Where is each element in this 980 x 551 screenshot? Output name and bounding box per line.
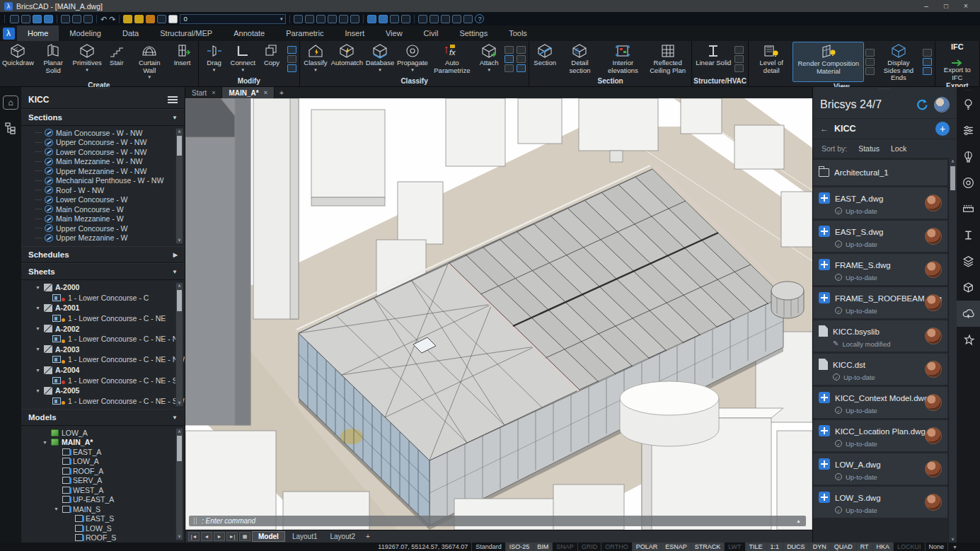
scroll-up-icon[interactable]: ∧ bbox=[176, 283, 183, 289]
help-icon[interactable]: ? bbox=[475, 14, 484, 23]
folder-row[interactable]: Architectural_1 bbox=[813, 160, 947, 185]
paint-format-icon[interactable] bbox=[294, 15, 303, 23]
view-checkbox-tools[interactable] bbox=[864, 42, 876, 82]
attach-button[interactable]: Attach ▾ bbox=[475, 42, 503, 76]
file-card[interactable]: KICC.bsyslib ✓ ✎ Locally modified bbox=[813, 320, 947, 352]
new-document-tab[interactable]: + bbox=[275, 87, 289, 98]
scroll-thumb[interactable] bbox=[950, 166, 955, 190]
hidden-view-icon[interactable] bbox=[379, 15, 388, 23]
status-field[interactable]: POLAR bbox=[633, 543, 662, 551]
undo-icon[interactable]: ↶ bbox=[100, 15, 107, 23]
select-window-icon[interactable] bbox=[316, 15, 325, 23]
status-field[interactable]: None bbox=[926, 543, 949, 551]
detail-section-button[interactable]: Detail section bbox=[559, 42, 601, 76]
tips-bulb-icon[interactable] bbox=[957, 91, 980, 117]
drag-button[interactable]: Drag ▾ bbox=[200, 42, 229, 76]
measure-icon[interactable] bbox=[957, 196, 980, 222]
section-list-item[interactable]: Main Concourse - W - NW bbox=[35, 128, 173, 138]
layout-manager-icon[interactable]: ▦ bbox=[239, 532, 250, 541]
interior-elevations-button[interactable]: Interior elevations bbox=[601, 42, 645, 76]
file-card[interactable]: FRAME_S.dwg ✓ ✎ Up-to-date bbox=[813, 254, 947, 285]
linear-solid-button[interactable]: Linear Solid bbox=[693, 42, 733, 76]
automatch-button[interactable]: Automatch bbox=[330, 42, 364, 76]
sort-status-option[interactable]: Status bbox=[858, 144, 880, 153]
print-icon[interactable] bbox=[157, 15, 166, 23]
refresh-icon[interactable] bbox=[916, 98, 928, 111]
render-composition-material-button[interactable]: Render Composition Material bbox=[792, 42, 864, 82]
classify-extra-tools-2[interactable] bbox=[515, 42, 527, 76]
ribbon-tab[interactable]: Modeling bbox=[59, 25, 112, 41]
files-scrollbar[interactable]: ∧ ∨ bbox=[948, 158, 957, 543]
section-list-item[interactable]: Main Mezzanine - W bbox=[35, 214, 173, 224]
drawing-explorer-icon[interactable] bbox=[418, 15, 427, 23]
file-card[interactable]: EAST_A.dwg ✓ ✎ Up-to-date bbox=[813, 187, 947, 219]
connect-button[interactable]: Connect ▾ bbox=[229, 42, 258, 76]
tree-expand-caret[interactable]: ▼ bbox=[35, 306, 41, 311]
section-list-item[interactable]: Upper Mezzanine - W bbox=[35, 233, 173, 243]
section-list-item[interactable]: Upper Concourse - W - NW bbox=[35, 138, 173, 148]
sides-display-icon[interactable] bbox=[923, 58, 932, 66]
plot-preview-icon[interactable] bbox=[61, 15, 70, 23]
status-field[interactable]: RT bbox=[857, 543, 873, 551]
model-tree-item[interactable]: ▼ UP-EAST_A bbox=[35, 495, 173, 505]
level-of-detail-button[interactable]: Level of detail bbox=[750, 42, 792, 82]
ribbon-tab[interactable]: View bbox=[375, 25, 413, 41]
home-icon[interactable]: ⌂ bbox=[3, 95, 18, 110]
ribbon-tab[interactable]: Parametric bbox=[275, 25, 334, 41]
file-owner-avatar[interactable] bbox=[925, 294, 942, 311]
sheet-row[interactable]: ▼ A-2004 bbox=[35, 365, 173, 376]
ribbon-tab[interactable]: Annotate bbox=[223, 25, 275, 41]
wireframe-view-icon[interactable] bbox=[390, 15, 399, 23]
command-line[interactable]: : Enter command ▲ bbox=[189, 516, 806, 526]
sun-icon[interactable] bbox=[134, 15, 144, 23]
sections-header[interactable]: Sections ▼ bbox=[21, 109, 185, 126]
color-swatch-icon[interactable] bbox=[168, 15, 178, 23]
view-stack-tools[interactable] bbox=[921, 42, 933, 82]
section-list-item[interactable]: Upper Mezzanine - W - NW bbox=[35, 166, 173, 176]
lock-icon[interactable] bbox=[146, 15, 155, 23]
sheet-row[interactable]: ▼ A-2002 bbox=[35, 323, 173, 334]
flip-icon[interactable] bbox=[287, 46, 296, 54]
plot-icon[interactable] bbox=[72, 15, 81, 23]
section-list-item[interactable]: Roof - W - NW bbox=[35, 185, 173, 195]
tree-expand-caret[interactable]: ▼ bbox=[35, 388, 41, 393]
new-file-icon[interactable] bbox=[10, 15, 19, 23]
bricsys-247-cloud-icon[interactable] bbox=[957, 301, 980, 327]
propagate-icon[interactable] bbox=[957, 170, 980, 196]
status-field[interactable]: DUCS bbox=[783, 543, 809, 551]
model-tree-item[interactable]: ▼ LOW_A bbox=[35, 428, 173, 438]
array-icon[interactable] bbox=[287, 64, 296, 72]
bricscad-ribbon-logo[interactable]: λ bbox=[0, 25, 17, 41]
select-fence-icon[interactable] bbox=[350, 15, 359, 23]
file-card[interactable]: KICC_Location Plan.dwg ✓ ✎ Up-to-date bbox=[813, 420, 947, 451]
model-tree-item[interactable]: ▼ EAST_A bbox=[35, 447, 173, 457]
classify-extra-tools-1[interactable] bbox=[503, 42, 515, 76]
status-field[interactable]: ISO-25 bbox=[506, 543, 534, 551]
dropdown-arrow-icon[interactable]: ▾ bbox=[213, 67, 216, 73]
layout-tab[interactable]: Model bbox=[252, 531, 285, 542]
command-grip[interactable] bbox=[194, 518, 197, 524]
select-add-icon[interactable] bbox=[328, 15, 337, 23]
settings-icon[interactable] bbox=[441, 15, 450, 23]
dropdown-arrow-icon[interactable]: ▾ bbox=[86, 67, 88, 73]
sections-scrollbar[interactable]: ∧ ∨ bbox=[175, 128, 183, 244]
model-canvas[interactable]: : Enter command ▲ bbox=[185, 98, 812, 530]
tree-expand-caret[interactable]: ▼ bbox=[54, 506, 59, 511]
publish-icon[interactable] bbox=[83, 15, 93, 23]
file-owner-avatar[interactable] bbox=[925, 195, 942, 211]
scroll-thumb[interactable] bbox=[177, 136, 182, 156]
model-tree-item[interactable]: ▼ SERV_A bbox=[35, 476, 173, 486]
render-panel-icon[interactable] bbox=[463, 15, 473, 23]
display-sides-ends-button[interactable]: Display Sides and Ends bbox=[876, 42, 921, 82]
dropdown-arrow-icon[interactable]: ▾ bbox=[314, 67, 317, 73]
scroll-down-icon[interactable]: ∨ bbox=[176, 533, 183, 540]
command-prompt[interactable]: : Enter command bbox=[202, 517, 255, 525]
file-card[interactable]: EAST_S.dwg ✓ ✎ Up-to-date bbox=[813, 221, 947, 252]
status-menu-caret-icon[interactable]: ▼ bbox=[948, 545, 962, 550]
first-layout-icon[interactable]: |◄ bbox=[188, 532, 200, 541]
ribbon-tab[interactable]: Structural/MEP bbox=[149, 25, 223, 41]
back-arrow-icon[interactable]: ← bbox=[820, 124, 829, 134]
status-field[interactable]: LOCKUI bbox=[894, 543, 926, 551]
database-button[interactable]: Database ▾ bbox=[364, 42, 396, 76]
sheet-view-row[interactable]: 1 - Lower Concourse - C - NE - NW bbox=[35, 354, 173, 365]
